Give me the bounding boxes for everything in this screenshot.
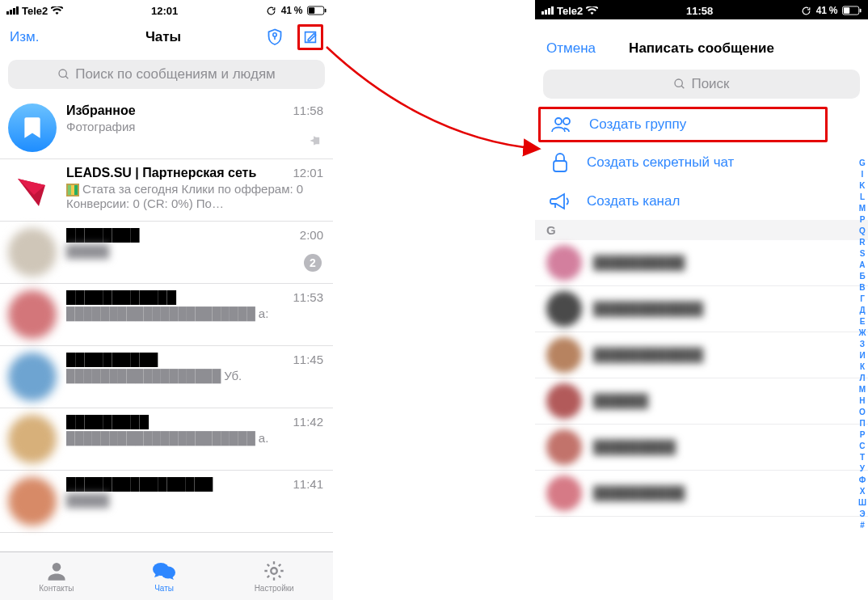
index-letter[interactable]: П — [859, 419, 865, 428]
contact-row[interactable]: ██████████ — [535, 240, 868, 286]
contact-row[interactable]: █████████ — [535, 425, 868, 471]
chat-row-blurred[interactable]: █████████11:42 ██████████████████████а. — [0, 408, 333, 471]
settings-icon — [263, 560, 285, 582]
search-input[interactable]: Поиск по сообщениям и людям — [8, 60, 325, 89]
battery-percent: 41 % — [281, 5, 302, 16]
index-letter[interactable]: P — [860, 215, 866, 224]
chat-time: 12:01 — [293, 166, 323, 180]
action-label: Создать канал — [587, 193, 680, 209]
index-letter[interactable]: Q — [859, 226, 866, 235]
avatar — [546, 429, 582, 465]
signal-bars-icon — [6, 6, 19, 15]
index-letter[interactable]: K — [859, 181, 865, 190]
index-letter[interactable]: Н — [859, 396, 865, 405]
pin-icon — [309, 133, 322, 150]
chat-row-blurred[interactable]: ████████2:00 █████ 2 — [0, 222, 333, 284]
chats-icon — [152, 560, 176, 582]
contact-row[interactable]: ████████████ — [535, 332, 868, 378]
index-letter[interactable]: Б — [859, 272, 865, 281]
index-letter[interactable]: I — [862, 170, 864, 179]
contact-row[interactable]: ████████████ — [535, 286, 868, 332]
index-letter[interactable]: S — [860, 249, 866, 258]
index-letter[interactable]: Р — [860, 430, 866, 439]
chat-row-saved[interactable]: Избранное 11:58 Фотография — [0, 97, 333, 159]
avatar — [546, 291, 582, 327]
search-placeholder: Поиск — [691, 76, 729, 92]
contact-row[interactable]: ██████████ — [535, 471, 868, 517]
index-letter[interactable]: О — [859, 408, 866, 416]
chat-row-leads[interactable]: LEADS.SU | Партнерская сеть 12:01 Стата … — [0, 159, 333, 222]
index-letter[interactable]: Ф — [859, 475, 866, 484]
tab-contacts[interactable]: Контакты — [39, 560, 74, 593]
contact-name: ████████████ — [593, 348, 703, 362]
index-letter[interactable]: С — [859, 442, 865, 450]
index-letter[interactable]: Е — [860, 317, 866, 326]
index-letter[interactable]: Г — [860, 294, 865, 303]
proxy-shield-icon[interactable] — [262, 24, 288, 50]
chat-preview: Фотография — [66, 120, 323, 133]
nav-bar: Изм. Чаты — [0, 19, 333, 55]
alpha-index[interactable]: GIKLMPQRSАБВГДЕЖЗИКЛМНОПРСТУФХШЭ# — [858, 158, 866, 530]
index-letter[interactable]: В — [859, 283, 865, 292]
chat-preview: Стата за сегодня Клики по офферам: 0 Кон… — [66, 182, 323, 211]
index-letter[interactable]: Т — [860, 453, 865, 462]
index-letter[interactable]: Л — [859, 374, 865, 382]
avatar — [546, 337, 582, 373]
index-letter[interactable]: Х — [860, 487, 866, 496]
avatar — [546, 245, 582, 281]
compose-modal: Отмена Написать сообщение Поиск Создать … — [535, 29, 868, 600]
avatar — [8, 290, 57, 339]
contact-row[interactable]: ██████ — [535, 378, 868, 425]
svg-rect-11 — [860, 9, 862, 13]
svg-rect-10 — [844, 7, 849, 13]
contact-name: ████████████ — [593, 302, 703, 316]
index-letter[interactable]: G — [859, 158, 866, 167]
battery-percent: 41 % — [816, 5, 837, 16]
index-letter[interactable]: Д — [859, 306, 865, 315]
avatar — [8, 415, 57, 463]
tab-settings[interactable]: Настройки — [255, 560, 294, 593]
index-letter[interactable]: И — [859, 351, 865, 360]
tab-chats[interactable]: Чаты — [152, 560, 176, 593]
avatar — [546, 475, 582, 511]
chat-row-blurred[interactable]: ████████████████11:41 █████ — [0, 471, 333, 533]
index-letter[interactable]: К — [860, 362, 865, 371]
index-letter[interactable]: М — [859, 385, 866, 394]
page-title: Чаты — [65, 29, 262, 45]
chat-time: 11:58 — [293, 104, 323, 117]
chat-preview: █████ — [66, 244, 323, 258]
index-letter[interactable]: Э — [859, 509, 865, 518]
contacts-icon — [45, 560, 68, 582]
chat-title: ██████████ — [66, 353, 286, 367]
chat-title: █████████ — [66, 415, 286, 429]
action-create-channel[interactable]: Создать канал — [535, 183, 868, 220]
index-letter[interactable]: Ш — [858, 498, 866, 507]
svg-point-14 — [563, 118, 570, 125]
index-letter[interactable]: L — [860, 192, 865, 201]
chat-title: LEADS.SU | Партнерская сеть — [66, 166, 286, 180]
compose-button[interactable] — [297, 24, 323, 50]
chat-time: 2:00 — [300, 228, 323, 242]
index-letter[interactable]: R — [859, 238, 865, 247]
chat-time: 11:53 — [293, 290, 323, 304]
index-letter[interactable]: А — [859, 260, 865, 269]
chat-title: ████████████ — [66, 290, 286, 305]
chat-time: 11:45 — [293, 353, 323, 366]
action-create-secret-chat[interactable]: Создать секретный чат — [535, 142, 868, 183]
search-input[interactable]: Поиск — [543, 70, 860, 99]
edit-button[interactable]: Изм. — [10, 29, 65, 45]
chat-row-blurred[interactable]: ██████████11:45 ██████████████████ Уб. — [0, 346, 333, 408]
index-letter[interactable]: M — [859, 204, 866, 213]
status-bar: Tele2 12:01 41 % — [0, 0, 333, 19]
svg-point-4 — [59, 70, 66, 77]
action-create-group[interactable]: Создать группу — [541, 109, 825, 140]
index-letter[interactable]: У — [860, 464, 865, 473]
chat-row-blurred[interactable]: ████████████11:53 ██████████████████████… — [0, 284, 333, 346]
index-letter[interactable]: З — [860, 340, 865, 349]
index-letter[interactable]: # — [860, 521, 865, 530]
svg-rect-2 — [325, 9, 327, 13]
avatar — [8, 228, 57, 277]
index-letter[interactable]: Ж — [858, 328, 866, 337]
tab-bar: Контакты Чаты Настройки — [0, 551, 333, 600]
wifi-icon — [586, 6, 598, 15]
